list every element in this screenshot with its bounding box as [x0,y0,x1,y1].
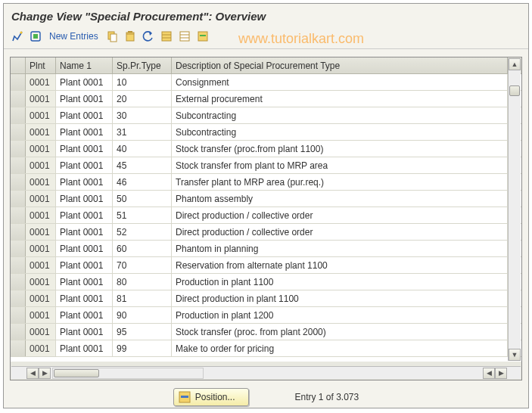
cell-sptype[interactable]: 45 [113,157,172,173]
table-row[interactable]: 0001Plant 000180Production in plant 1100 [11,274,521,290]
cell-desc[interactable]: Stock transfer (proc.from plant 1100) [172,141,508,157]
table-row[interactable]: 0001Plant 000151Direct production / coll… [11,207,521,224]
table-row[interactable]: 0001Plant 000150Phantom assembly [11,191,521,207]
table-row[interactable]: 0001Plant 000181Direct production in pla… [11,290,521,307]
row-selector[interactable] [11,340,26,356]
select-all-icon[interactable] [159,29,174,44]
cell-sptype[interactable]: 20 [113,91,172,107]
table-row[interactable]: 0001Plant 000160Phantom in planning [11,241,521,257]
cell-desc[interactable]: Stock transfer (proc. from plant 2000) [172,324,508,340]
cell-desc[interactable]: External procurement [172,91,508,107]
row-selector[interactable] [11,274,26,290]
row-selector[interactable] [11,324,26,340]
row-selector[interactable] [11,107,26,123]
column-header-sptype[interactable]: Sp.Pr.Type [113,57,172,73]
undo-change-icon[interactable] [141,29,156,44]
table-row[interactable]: 0001Plant 000120External procurement [11,91,521,107]
column-header-desc[interactable]: Description of Special Procurement Type [172,57,508,73]
table-row[interactable]: 0001Plant 000110Consignment [11,74,521,91]
cell-sptype[interactable]: 90 [113,307,172,323]
table-row[interactable]: 0001Plant 000195Stock transfer (proc. fr… [11,324,521,340]
row-selector[interactable] [11,124,26,140]
column-header-name1[interactable]: Name 1 [56,57,113,73]
cell-sptype[interactable]: 60 [113,241,172,256]
row-selector[interactable] [11,74,26,90]
table-row[interactable]: 0001Plant 000140Stock transfer (proc.fro… [11,141,521,157]
cell-desc[interactable]: Direct production in plant 1100 [172,290,508,306]
cell-sptype[interactable]: 70 [113,257,172,273]
cell-sptype[interactable]: 40 [113,141,172,157]
cell-desc[interactable]: Stock transfer from plant to MRP area [172,157,508,173]
horizontal-scroll-thumb[interactable] [54,369,99,377]
cell-desc[interactable]: Reservation from alternate plant 1100 [172,257,508,273]
vertical-scroll-thumb[interactable] [509,85,520,96]
cell-sptype[interactable]: 51 [113,207,172,223]
table-row[interactable]: 0001Plant 000199Make to order for pricin… [11,340,521,357]
table-row[interactable]: 0001Plant 000152Direct production / coll… [11,224,521,241]
cell-desc[interactable]: Production in plant 1100 [172,274,508,290]
row-selector[interactable] [11,290,26,306]
select-all-column-header[interactable] [11,57,26,73]
scroll-left-end-icon[interactable]: ◀ [483,368,495,379]
table-row[interactable]: 0001Plant 000145Stock transfer from plan… [11,157,521,174]
position-button[interactable]: Position... [173,388,250,406]
cell-desc[interactable]: Transfer plant to MRP area (pur.req.) [172,174,508,190]
row-selector[interactable] [11,174,26,190]
cell-sptype[interactable]: 80 [113,274,172,290]
svg-rect-7 [128,31,132,33]
cell-desc[interactable]: Direct production / collective order [172,207,508,223]
table-row[interactable]: 0001Plant 000170Reservation from alterna… [11,257,521,274]
cell-desc[interactable]: Subcontracting [172,124,508,140]
cell-sptype[interactable]: 95 [113,324,172,340]
row-selector[interactable] [11,91,26,107]
cell-name: Plant 0001 [56,307,113,323]
cell-desc[interactable]: Consignment [172,74,508,90]
cell-desc[interactable]: Phantom in planning [172,241,508,256]
new-entries-button[interactable]: New Entries [46,31,101,42]
cell-desc[interactable]: Phantom assembly [172,191,508,206]
cell-sptype[interactable]: 50 [113,191,172,206]
cell-plnt: 0001 [26,157,56,173]
scroll-left-icon[interactable]: ◀ [26,368,39,379]
copy-as-icon[interactable] [104,29,120,44]
cell-name: Plant 0001 [56,74,113,90]
scroll-up-icon[interactable]: ▲ [509,58,521,70]
row-selector[interactable] [11,157,26,173]
cell-sptype[interactable]: 31 [113,124,172,140]
cell-sptype[interactable]: 30 [113,107,172,123]
cell-sptype[interactable]: 81 [113,290,172,306]
select-view-icon[interactable] [28,29,43,44]
vertical-scrollbar[interactable]: ▲ ▼ [508,58,521,361]
deselect-all-icon[interactable] [177,29,192,44]
cell-desc[interactable]: Make to order for pricing [172,340,508,356]
cell-desc[interactable]: Subcontracting [172,107,508,123]
cell-sptype[interactable]: 99 [113,340,172,356]
delete-icon[interactable] [123,29,138,44]
scroll-right-icon[interactable]: ▶ [39,368,51,379]
scroll-down-icon[interactable]: ▼ [509,349,521,361]
cell-sptype[interactable]: 52 [113,224,172,240]
row-selector[interactable] [11,307,26,323]
row-selector[interactable] [11,141,26,157]
column-header-plnt[interactable]: Plnt [26,57,56,73]
cell-sptype[interactable]: 46 [113,174,172,190]
table-row[interactable]: 0001Plant 000190Production in plant 1200 [11,307,521,324]
cell-desc[interactable]: Direct production / collective order [172,224,508,240]
table-row[interactable]: 0001Plant 000130Subcontracting [11,107,521,124]
row-selector[interactable] [11,224,26,240]
table-settings-icon[interactable] [195,29,210,44]
row-selector[interactable] [11,257,26,273]
cell-sptype[interactable]: 10 [113,74,172,90]
entry-count-text: Entry 1 of 3.073 [294,392,359,402]
row-selector[interactable] [11,207,26,223]
table-row[interactable]: 0001Plant 000131Subcontracting [11,124,521,141]
scroll-right-end-icon[interactable]: ▶ [495,368,507,379]
row-selector[interactable] [11,191,26,206]
row-selector[interactable] [11,241,26,256]
horizontal-scroll-track[interactable] [52,368,204,379]
cell-plnt: 0001 [26,91,56,107]
cell-desc[interactable]: Production in plant 1200 [172,307,508,323]
cell-plnt: 0001 [26,224,56,240]
table-row[interactable]: 0001Plant 000146Transfer plant to MRP ar… [11,174,521,191]
toggle-display-change-icon[interactable] [10,29,25,44]
